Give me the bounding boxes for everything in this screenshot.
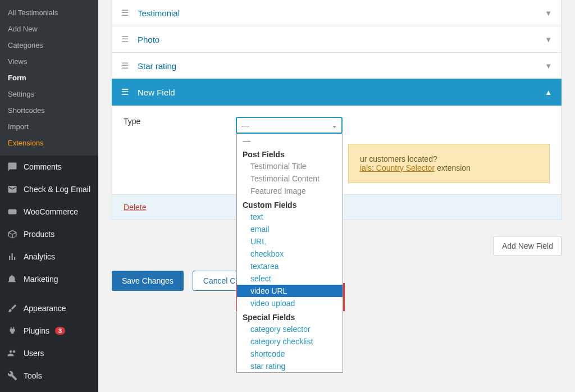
drag-icon[interactable]: ☰ [121,87,129,97]
admin-sidebar: All TestimonialsAdd NewCategoriesViewsFo… [0,0,98,392]
sidebar-item-plugins[interactable]: Plugins3 [0,320,98,342]
chart-icon [7,251,18,262]
brush-icon [7,303,18,314]
sidebar-subitem-import[interactable]: Import [0,118,98,135]
sidebar-subitem-categories[interactable]: Categories [0,37,98,53]
comment-icon [7,161,18,172]
woo-icon [7,206,18,217]
sidebar-subitem-all-testimonials[interactable]: All Testimonials [0,4,98,21]
dropdown-group-label: Special Fields [237,309,343,323]
dropdown-option-category-selector[interactable]: category selector [237,323,343,335]
dropdown-option-email[interactable]: email [237,223,343,235]
dropdown-option-video-upload[interactable]: video upload [237,297,343,309]
dropdown-option-testimonial-title: Testimonial Title [237,160,343,172]
main-content: ☰ Testimonial ▼ ☰ Photo ▼ ☰ Star rating … [98,0,575,392]
sidebar-item-comments[interactable]: Comments [0,156,98,178]
dropdown-option-testimonial-content: Testimonial Content [237,172,343,185]
sidebar-subitem-views[interactable]: Views [0,53,98,70]
type-select[interactable]: — ⌄ [236,117,343,134]
accordion-new-field[interactable]: ☰ New Field ▲ [112,79,562,106]
dropdown-option-none[interactable]: — [237,134,343,147]
accordion-photo[interactable]: ☰ Photo ▼ [112,26,562,53]
notice-line2: extension [435,163,471,172]
sidebar-item-label: Plugins [24,326,49,335]
dropdown-group-label: Post Fields [237,147,343,160]
dropdown-option-checkbox[interactable]: checkbox [237,248,343,260]
dropdown-option-featured-image: Featured Image [237,185,343,197]
delete-link[interactable]: Delete [124,203,146,212]
sidebar-item-woocommerce[interactable]: WooCommerce [0,200,98,223]
add-new-field-button[interactable]: Add New Field [494,236,562,256]
sidebar-item-label: Comments [24,162,62,171]
accordion-title: Star rating [138,61,176,71]
accordion-title: Testimonial [138,8,180,18]
sidebar-mainmenu: CommentsCheck & Log EmailWooCommerceProd… [0,156,98,387]
sidebar-item-label: Tools [24,371,42,380]
sidebar-item-label: Users [24,349,44,358]
dropdown-option-video-url[interactable]: video URL [237,285,343,297]
update-badge: 3 [55,327,65,335]
sidebar-item-marketing[interactable]: Marketing [0,268,98,290]
sidebar-item-products[interactable]: Products [0,223,98,245]
sidebar-item-check-log-email[interactable]: Check & Log Email [0,178,98,200]
notice-link[interactable]: ials: Country Selector [360,163,435,172]
sidebar-item-appearance[interactable]: Appearance [0,297,98,320]
dropdown-option-text[interactable]: text [237,211,343,223]
sidebar-item-users[interactable]: Users [0,342,98,364]
sidebar-item-label: Check & Log Email [24,185,90,194]
new-field-panel: Type — ⌄ ur customers located? ials: Cou… [112,106,562,195]
plug-icon [7,325,18,336]
sidebar-item-label: Products [24,230,54,239]
wrench-icon [7,370,18,381]
sidebar-item-label: WooCommerce [24,207,78,216]
accordion-testimonial[interactable]: ☰ Testimonial ▼ [112,0,562,26]
sidebar-item-label: Appearance [24,304,66,313]
chevron-down-icon: ▼ [545,9,552,17]
box-icon [7,229,18,240]
dropdown-option-shortcode[interactable]: shortcode [237,348,343,360]
drag-icon[interactable]: ☰ [121,8,129,18]
drag-icon[interactable]: ☰ [121,34,129,44]
dropdown-option-star-rating[interactable]: star rating [237,360,343,372]
type-label: Type [124,117,236,126]
accordion-star-rating[interactable]: ☰ Star rating ▼ [112,52,562,79]
sidebar-subitem-add-new[interactable]: Add New [0,21,98,37]
dropdown-option-url[interactable]: URL [237,235,343,248]
save-button[interactable]: Save Changes [112,271,184,291]
chevron-down-icon: ⌄ [332,122,337,129]
dropdown-option-select[interactable]: select [237,272,343,285]
sidebar-subitem-extensions[interactable]: Extensions [0,135,98,151]
drag-icon[interactable]: ☰ [121,61,129,71]
sidebar-subitem-shortcodes[interactable]: Shortcodes [0,102,98,118]
chevron-up-icon: ▲ [545,88,552,97]
notice-line1: ur customers located? [360,154,437,163]
dropdown-group-label: Custom Fields [237,197,343,211]
sidebar-subitem-form[interactable]: Form [0,70,98,86]
dropdown-option-category-checklist[interactable]: category checklist [237,335,343,348]
accordion-title: New Field [138,88,175,97]
extension-notice: ur customers located? ials: Country Sele… [348,144,550,183]
users-icon [7,348,18,359]
sidebar-item-tools[interactable]: Tools [0,364,98,387]
sidebar-subitem-settings[interactable]: Settings [0,86,98,102]
chevron-down-icon: ▼ [545,62,552,70]
sidebar-item-label: Analytics [24,252,55,261]
sidebar-item-analytics[interactable]: Analytics [0,245,98,268]
mail-icon [7,184,18,195]
svg-rect-0 [8,209,17,215]
sidebar-item-label: Marketing [24,275,58,284]
type-select-value: — [241,121,249,130]
dropdown-option-textarea[interactable]: textarea [237,260,343,272]
type-dropdown[interactable]: —Post FieldsTestimonial TitleTestimonial… [236,134,343,373]
sidebar-subitems: All TestimonialsAdd NewCategoriesViewsFo… [0,0,98,156]
megaphone-icon [7,274,18,285]
chevron-down-icon: ▼ [545,35,552,44]
accordion-title: Photo [138,35,159,44]
